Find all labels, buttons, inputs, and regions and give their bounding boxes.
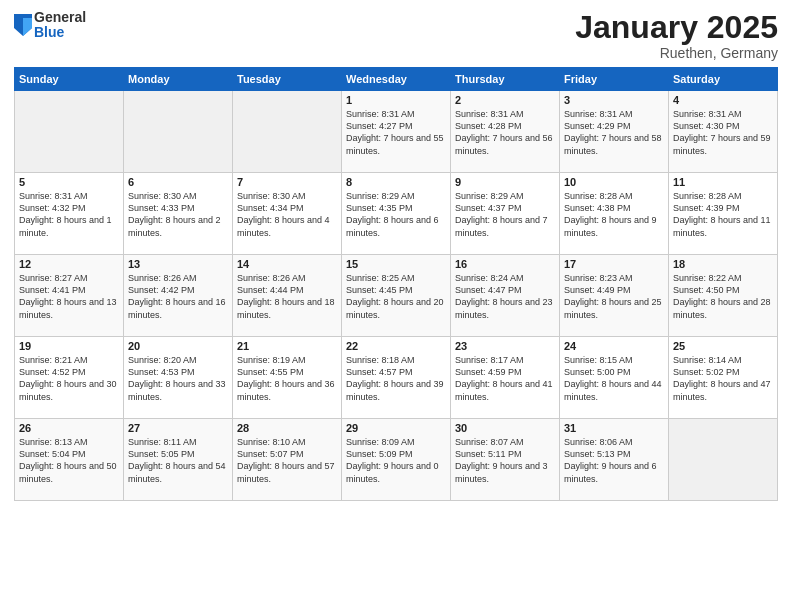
cell-4-7: 25Sunrise: 8:14 AMSunset: 5:02 PMDayligh… (669, 337, 778, 419)
day-number: 27 (128, 422, 228, 434)
day-number: 16 (455, 258, 555, 270)
cell-1-7: 4Sunrise: 8:31 AMSunset: 4:30 PMDaylight… (669, 91, 778, 173)
cell-5-7 (669, 419, 778, 501)
cell-3-4: 15Sunrise: 8:25 AMSunset: 4:45 PMDayligh… (342, 255, 451, 337)
cell-2-6: 10Sunrise: 8:28 AMSunset: 4:38 PMDayligh… (560, 173, 669, 255)
day-number: 25 (673, 340, 773, 352)
cell-2-2: 6Sunrise: 8:30 AMSunset: 4:33 PMDaylight… (124, 173, 233, 255)
cell-info: Sunrise: 8:30 AMSunset: 4:34 PMDaylight:… (237, 190, 337, 239)
cell-info: Sunrise: 8:23 AMSunset: 4:49 PMDaylight:… (564, 272, 664, 321)
cell-5-1: 26Sunrise: 8:13 AMSunset: 5:04 PMDayligh… (15, 419, 124, 501)
title-area: January 2025 Ruethen, Germany (575, 10, 778, 61)
header-sunday: Sunday (15, 68, 124, 91)
header-tuesday: Tuesday (233, 68, 342, 91)
cell-3-5: 16Sunrise: 8:24 AMSunset: 4:47 PMDayligh… (451, 255, 560, 337)
day-number: 17 (564, 258, 664, 270)
day-number: 23 (455, 340, 555, 352)
header-row: Sunday Monday Tuesday Wednesday Thursday… (15, 68, 778, 91)
cell-1-1 (15, 91, 124, 173)
cell-info: Sunrise: 8:28 AMSunset: 4:39 PMDaylight:… (673, 190, 773, 239)
cell-info: Sunrise: 8:22 AMSunset: 4:50 PMDaylight:… (673, 272, 773, 321)
day-number: 31 (564, 422, 664, 434)
calendar-header: Sunday Monday Tuesday Wednesday Thursday… (15, 68, 778, 91)
cell-5-2: 27Sunrise: 8:11 AMSunset: 5:05 PMDayligh… (124, 419, 233, 501)
month-title: January 2025 (575, 10, 778, 45)
header-saturday: Saturday (669, 68, 778, 91)
header-monday: Monday (124, 68, 233, 91)
cell-3-7: 18Sunrise: 8:22 AMSunset: 4:50 PMDayligh… (669, 255, 778, 337)
cell-1-3 (233, 91, 342, 173)
cell-info: Sunrise: 8:17 AMSunset: 4:59 PMDaylight:… (455, 354, 555, 403)
cell-info: Sunrise: 8:21 AMSunset: 4:52 PMDaylight:… (19, 354, 119, 403)
cell-1-4: 1Sunrise: 8:31 AMSunset: 4:27 PMDaylight… (342, 91, 451, 173)
cell-4-6: 24Sunrise: 8:15 AMSunset: 5:00 PMDayligh… (560, 337, 669, 419)
header-wednesday: Wednesday (342, 68, 451, 91)
cell-4-3: 21Sunrise: 8:19 AMSunset: 4:55 PMDayligh… (233, 337, 342, 419)
calendar-table: Sunday Monday Tuesday Wednesday Thursday… (14, 67, 778, 501)
cell-info: Sunrise: 8:31 AMSunset: 4:29 PMDaylight:… (564, 108, 664, 157)
cell-3-3: 14Sunrise: 8:26 AMSunset: 4:44 PMDayligh… (233, 255, 342, 337)
cell-3-1: 12Sunrise: 8:27 AMSunset: 4:41 PMDayligh… (15, 255, 124, 337)
week-row-4: 19Sunrise: 8:21 AMSunset: 4:52 PMDayligh… (15, 337, 778, 419)
header-thursday: Thursday (451, 68, 560, 91)
day-number: 21 (237, 340, 337, 352)
cell-3-2: 13Sunrise: 8:26 AMSunset: 4:42 PMDayligh… (124, 255, 233, 337)
logo-general: General (34, 10, 86, 25)
day-number: 1 (346, 94, 446, 106)
day-number: 24 (564, 340, 664, 352)
subtitle: Ruethen, Germany (575, 45, 778, 61)
day-number: 4 (673, 94, 773, 106)
header-friday: Friday (560, 68, 669, 91)
day-number: 13 (128, 258, 228, 270)
cell-info: Sunrise: 8:24 AMSunset: 4:47 PMDaylight:… (455, 272, 555, 321)
cell-info: Sunrise: 8:31 AMSunset: 4:28 PMDaylight:… (455, 108, 555, 157)
day-number: 12 (19, 258, 119, 270)
cell-info: Sunrise: 8:15 AMSunset: 5:00 PMDaylight:… (564, 354, 664, 403)
cell-1-2 (124, 91, 233, 173)
week-row-1: 1Sunrise: 8:31 AMSunset: 4:27 PMDaylight… (15, 91, 778, 173)
day-number: 6 (128, 176, 228, 188)
day-number: 15 (346, 258, 446, 270)
day-number: 11 (673, 176, 773, 188)
day-number: 19 (19, 340, 119, 352)
day-number: 8 (346, 176, 446, 188)
cell-2-3: 7Sunrise: 8:30 AMSunset: 4:34 PMDaylight… (233, 173, 342, 255)
day-number: 20 (128, 340, 228, 352)
cell-info: Sunrise: 8:09 AMSunset: 5:09 PMDaylight:… (346, 436, 446, 485)
calendar-body: 1Sunrise: 8:31 AMSunset: 4:27 PMDaylight… (15, 91, 778, 501)
cell-info: Sunrise: 8:20 AMSunset: 4:53 PMDaylight:… (128, 354, 228, 403)
cell-5-4: 29Sunrise: 8:09 AMSunset: 5:09 PMDayligh… (342, 419, 451, 501)
cell-2-1: 5Sunrise: 8:31 AMSunset: 4:32 PMDaylight… (15, 173, 124, 255)
logo-text: General Blue (34, 10, 86, 41)
cell-info: Sunrise: 8:29 AMSunset: 4:35 PMDaylight:… (346, 190, 446, 239)
day-number: 30 (455, 422, 555, 434)
cell-2-4: 8Sunrise: 8:29 AMSunset: 4:35 PMDaylight… (342, 173, 451, 255)
week-row-5: 26Sunrise: 8:13 AMSunset: 5:04 PMDayligh… (15, 419, 778, 501)
cell-info: Sunrise: 8:07 AMSunset: 5:11 PMDaylight:… (455, 436, 555, 485)
cell-4-4: 22Sunrise: 8:18 AMSunset: 4:57 PMDayligh… (342, 337, 451, 419)
day-number: 2 (455, 94, 555, 106)
cell-1-5: 2Sunrise: 8:31 AMSunset: 4:28 PMDaylight… (451, 91, 560, 173)
cell-4-2: 20Sunrise: 8:20 AMSunset: 4:53 PMDayligh… (124, 337, 233, 419)
day-number: 26 (19, 422, 119, 434)
logo: General Blue (14, 10, 86, 41)
cell-info: Sunrise: 8:18 AMSunset: 4:57 PMDaylight:… (346, 354, 446, 403)
cell-info: Sunrise: 8:30 AMSunset: 4:33 PMDaylight:… (128, 190, 228, 239)
cell-info: Sunrise: 8:28 AMSunset: 4:38 PMDaylight:… (564, 190, 664, 239)
day-number: 14 (237, 258, 337, 270)
day-number: 29 (346, 422, 446, 434)
day-number: 10 (564, 176, 664, 188)
week-row-2: 5Sunrise: 8:31 AMSunset: 4:32 PMDaylight… (15, 173, 778, 255)
week-row-3: 12Sunrise: 8:27 AMSunset: 4:41 PMDayligh… (15, 255, 778, 337)
day-number: 7 (237, 176, 337, 188)
cell-1-6: 3Sunrise: 8:31 AMSunset: 4:29 PMDaylight… (560, 91, 669, 173)
cell-info: Sunrise: 8:06 AMSunset: 5:13 PMDaylight:… (564, 436, 664, 485)
day-number: 28 (237, 422, 337, 434)
day-number: 3 (564, 94, 664, 106)
day-number: 18 (673, 258, 773, 270)
cell-info: Sunrise: 8:31 AMSunset: 4:32 PMDaylight:… (19, 190, 119, 239)
page: General Blue January 2025 Ruethen, Germa… (0, 0, 792, 612)
cell-4-1: 19Sunrise: 8:21 AMSunset: 4:52 PMDayligh… (15, 337, 124, 419)
cell-3-6: 17Sunrise: 8:23 AMSunset: 4:49 PMDayligh… (560, 255, 669, 337)
cell-5-3: 28Sunrise: 8:10 AMSunset: 5:07 PMDayligh… (233, 419, 342, 501)
